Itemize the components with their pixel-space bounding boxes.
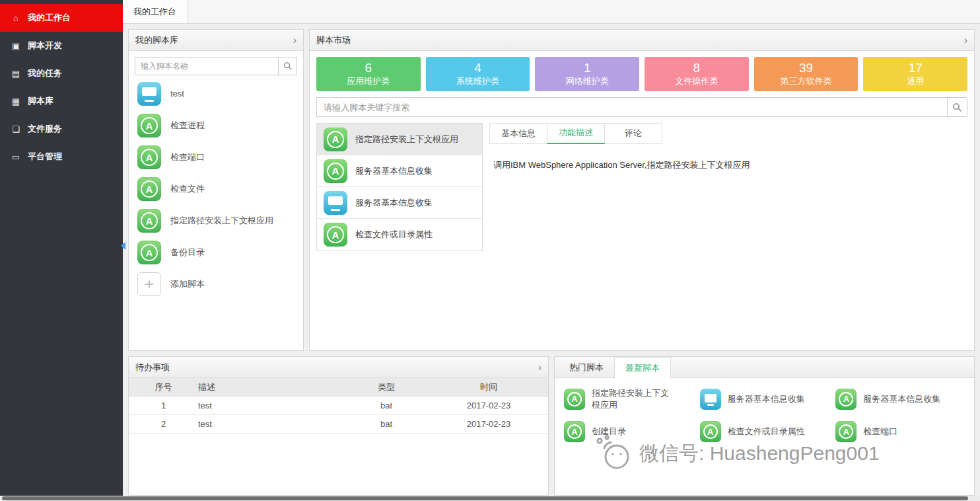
category-card-file-operations[interactable]: 8 文件操作类 bbox=[645, 57, 749, 91]
search-icon bbox=[283, 61, 293, 71]
tab-latest-scripts[interactable]: 最新脚本 bbox=[614, 357, 671, 379]
appstore-icon bbox=[324, 159, 347, 183]
panel-title: 我的脚本库 bbox=[135, 34, 178, 46]
sidebar-item-my-tasks[interactable]: ▤ 我的任务 bbox=[0, 59, 123, 87]
latest-scripts-grid: 指定路径安装上下文根应用 服务器基本信息收集 服务器基本信息收集 创建目录 bbox=[555, 378, 974, 451]
latest-script-item[interactable]: 指定路径安装上下文根应用 bbox=[564, 387, 693, 410]
script-name-search-input[interactable] bbox=[135, 57, 279, 75]
tab-basic-info[interactable]: 基本信息 bbox=[489, 123, 547, 144]
main-area: 我的工作台 我的脚本库 test bbox=[123, 0, 980, 501]
market-script-item[interactable]: 指定路径安装上下文根应用 bbox=[317, 124, 482, 155]
my-script-item[interactable]: 检查端口 bbox=[129, 141, 303, 173]
script-detail: 基本信息 功能描述 评论 调用IBM WebSphere Application… bbox=[489, 123, 967, 186]
latest-script-item[interactable]: 检查端口 bbox=[835, 421, 965, 442]
category-card-network-maintenance[interactable]: 1 网络维护类 bbox=[535, 57, 639, 91]
search-button[interactable] bbox=[279, 57, 297, 75]
market-main: 指定路径安装上下文根应用 服务器基本信息收集 服务器基本信息收集 bbox=[316, 123, 967, 251]
category-label: 应用维护类 bbox=[347, 75, 390, 87]
todo-row[interactable]: 2 test bat 2017-02-23 bbox=[129, 415, 548, 434]
category-count: 8 bbox=[693, 61, 701, 75]
sidebar-item-label: 平台管理 bbox=[28, 151, 62, 163]
category-count: 4 bbox=[474, 61, 481, 75]
col-header-type: 类型 bbox=[343, 381, 429, 393]
category-count: 39 bbox=[799, 61, 813, 75]
expand-arrow-icon[interactable] bbox=[964, 35, 967, 46]
appstore-icon bbox=[137, 241, 161, 264]
sidebar-item-file-service[interactable]: ❏ 文件服务 bbox=[0, 115, 123, 143]
category-label: 网络维护类 bbox=[566, 75, 609, 87]
script-name: 指定路径安装上下文根应用 bbox=[355, 134, 458, 145]
sidebar: ⌂ 我的工作台 ▣ 脚本开发 ▤ 我的任务 ▦ 脚本库 ❏ 文件服务 ▭ 平台管… bbox=[0, 0, 123, 501]
sidebar-item-platform[interactable]: ▭ 平台管理 bbox=[0, 143, 123, 171]
market-keyword-search bbox=[316, 97, 967, 117]
my-script-item[interactable]: 检查进程 bbox=[129, 110, 303, 141]
col-header-time: 时间 bbox=[429, 381, 548, 393]
category-card-app-maintenance[interactable]: 6 应用维护类 bbox=[316, 57, 421, 91]
script-market-panel: 脚本市场 6 应用维护类 4 系统维护类 1 bbox=[309, 29, 975, 351]
sidebar-item-label: 文件服务 bbox=[28, 123, 62, 135]
my-script-item[interactable]: 指定路径安装上下文根应用 bbox=[129, 205, 303, 237]
script-name: 检查端口 bbox=[170, 151, 205, 163]
market-search-button[interactable] bbox=[948, 97, 967, 117]
add-script-item[interactable]: 添加脚本 bbox=[129, 268, 303, 300]
appstore-icon bbox=[564, 421, 585, 442]
script-market-header: 脚本市场 bbox=[310, 30, 974, 51]
panel-title: 脚本市场 bbox=[316, 34, 351, 46]
sidebar-item-label: 脚本库 bbox=[28, 95, 53, 107]
tab-feature-description[interactable]: 功能描述 bbox=[547, 123, 605, 144]
cell-desc: test bbox=[198, 401, 343, 410]
my-script-library-panel: 我的脚本库 test 检查进程 bbox=[128, 29, 304, 351]
market-search-input[interactable] bbox=[316, 97, 948, 117]
script-name: 检查文件 bbox=[170, 183, 205, 195]
tab-workbench[interactable]: 我的工作台 bbox=[123, 0, 188, 23]
script-name: 服务器基本信息收集 bbox=[355, 165, 433, 177]
script-description: 调用IBM WebSphere Application Server,指定路径安… bbox=[489, 144, 967, 186]
category-card-general[interactable]: 17 通用 bbox=[863, 57, 967, 91]
latest-script-item[interactable]: 检查文件或目录属性 bbox=[700, 421, 829, 442]
horizontal-scrollbar[interactable] bbox=[0, 496, 980, 501]
sidebar-item-script-dev[interactable]: ▣ 脚本开发 bbox=[0, 32, 123, 59]
script-name: 检查文件或目录属性 bbox=[728, 426, 805, 438]
sidebar-item-script-library[interactable]: ▦ 脚本库 bbox=[0, 87, 123, 115]
add-script-label: 添加脚本 bbox=[170, 278, 205, 290]
tab-hot-scripts[interactable]: 热门脚本 bbox=[559, 357, 614, 377]
expand-arrow-icon[interactable] bbox=[538, 362, 542, 373]
col-header-desc: 描述 bbox=[198, 381, 343, 393]
category-card-system-maintenance[interactable]: 4 系统维护类 bbox=[426, 57, 530, 91]
my-script-item[interactable]: 备份目录 bbox=[129, 237, 303, 268]
my-script-item[interactable]: 检查文件 bbox=[129, 173, 303, 205]
category-label: 第三方软件类 bbox=[781, 75, 832, 87]
todo-row[interactable]: 1 test bat 2017-02-23 bbox=[129, 397, 548, 415]
my-script-item[interactable]: test bbox=[129, 78, 303, 110]
todo-header: 待办事项 bbox=[129, 357, 548, 378]
latest-scripts-panel: 热门脚本 最新脚本 指定路径安装上下文根应用 服务器基本信息收集 服务器基本信息… bbox=[554, 356, 975, 496]
my-script-library-header: 我的脚本库 bbox=[129, 30, 303, 51]
monitor-icon bbox=[137, 82, 161, 106]
category-card-third-party[interactable]: 39 第三方软件类 bbox=[754, 57, 858, 91]
market-script-item[interactable]: 检查文件或目录属性 bbox=[317, 219, 482, 251]
detail-tabs: 基本信息 功能描述 评论 bbox=[489, 123, 967, 144]
sidebar-item-workbench[interactable]: ⌂ 我的工作台 bbox=[0, 4, 123, 32]
script-name: 指定路径安装上下文根应用 bbox=[592, 387, 676, 410]
search-icon bbox=[952, 102, 962, 112]
latest-script-item[interactable]: 创建目录 bbox=[564, 421, 693, 442]
script-name: test bbox=[170, 88, 184, 100]
latest-scripts-header: 热门脚本 最新脚本 bbox=[555, 357, 974, 378]
category-label: 系统维护类 bbox=[456, 75, 499, 87]
tab-comments[interactable]: 评论 bbox=[604, 123, 662, 144]
appstore-icon bbox=[324, 223, 347, 247]
appstore-icon bbox=[835, 389, 857, 410]
latest-script-item[interactable]: 服务器基本信息收集 bbox=[700, 387, 829, 410]
market-script-item[interactable]: 服务器基本信息收集 bbox=[317, 155, 482, 187]
script-name: 检查端口 bbox=[863, 426, 897, 438]
cell-no: 2 bbox=[129, 419, 198, 429]
latest-script-item[interactable]: 服务器基本信息收集 bbox=[835, 387, 965, 410]
home-icon: ⌂ bbox=[11, 13, 21, 23]
expand-arrow-icon[interactable] bbox=[293, 35, 297, 46]
market-script-list: 指定路径安装上下文根应用 服务器基本信息收集 服务器基本信息收集 bbox=[316, 123, 483, 251]
sidebar-collapse-arrow-icon[interactable] bbox=[121, 242, 125, 250]
script-dev-icon: ▣ bbox=[11, 41, 21, 51]
market-script-item[interactable]: 服务器基本信息收集 bbox=[317, 187, 482, 219]
scrollbar-thumb[interactable] bbox=[2, 496, 968, 500]
script-name: 指定路径安装上下文根应用 bbox=[170, 215, 273, 227]
